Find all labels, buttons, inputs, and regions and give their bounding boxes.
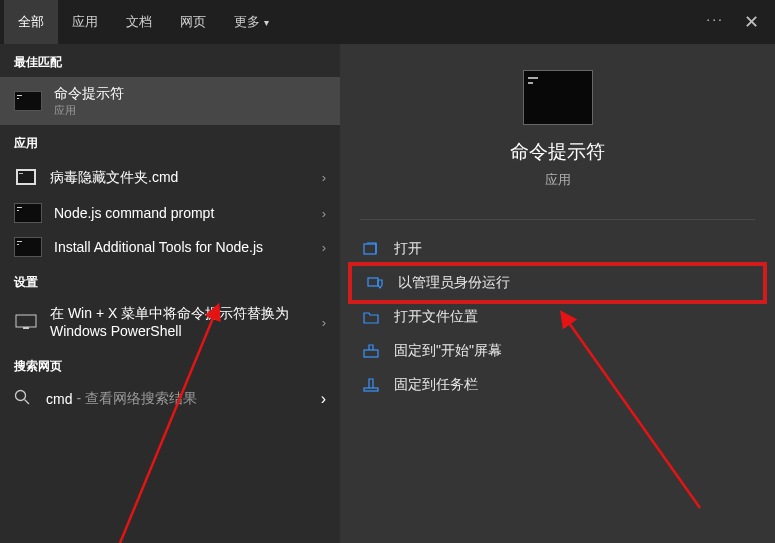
tab-more[interactable]: 更多 ▾ [220, 0, 283, 44]
separator [360, 219, 755, 220]
folder-icon [362, 309, 380, 325]
section-settings: 设置 [0, 264, 340, 297]
display-icon [14, 310, 38, 334]
web-search-query: cmd [46, 391, 72, 407]
chevron-down-icon: ▾ [264, 17, 269, 28]
app-result-title: Install Additional Tools for Node.js [54, 238, 310, 256]
settings-result-item[interactable]: 在 Win + X 菜单中将命令提示符替换为 Windows PowerShel… [0, 297, 340, 347]
action-open[interactable]: 打开 [348, 232, 767, 266]
svg-rect-4 [23, 327, 29, 329]
pin-start-icon [362, 343, 380, 359]
svg-rect-2 [19, 173, 23, 174]
tab-all[interactable]: 全部 [4, 0, 58, 44]
preview-title: 命令提示符 [340, 139, 775, 165]
terminal-icon [14, 203, 42, 223]
web-search-suffix: - 查看网络搜索结果 [76, 390, 197, 408]
results-panel: 最佳匹配 命令提示符 应用 应用 病毒隐藏文件夹.cmd › Node.js c… [0, 44, 340, 543]
preview-sub: 应用 [340, 171, 775, 189]
preview-terminal-icon [523, 70, 593, 125]
more-options-icon[interactable]: ··· [706, 11, 724, 33]
svg-rect-10 [364, 388, 378, 391]
svg-rect-3 [16, 315, 36, 327]
tab-docs[interactable]: 文档 [112, 0, 166, 44]
svg-point-5 [16, 390, 26, 400]
tab-web[interactable]: 网页 [166, 0, 220, 44]
svg-rect-8 [368, 278, 378, 286]
search-icon [14, 389, 36, 409]
svg-line-6 [25, 399, 30, 404]
tab-apps[interactable]: 应用 [58, 0, 112, 44]
action-open-file-location-label: 打开文件位置 [394, 308, 478, 326]
admin-shield-icon [366, 275, 384, 291]
svg-rect-7 [364, 244, 376, 254]
chevron-right-icon: › [322, 240, 326, 255]
chevron-right-icon: › [322, 206, 326, 221]
app-result-item[interactable]: Install Additional Tools for Node.js › [0, 230, 340, 264]
app-result-title: Node.js command prompt [54, 204, 310, 222]
search-scope-tabs: 全部 应用 文档 网页 更多 ▾ [4, 0, 283, 44]
best-match-title: 命令提示符 [54, 84, 326, 102]
web-search-item[interactable]: cmd - 查看网络搜索结果 › [0, 381, 340, 417]
open-icon [362, 241, 380, 257]
best-match-item[interactable]: 命令提示符 应用 [0, 77, 340, 125]
section-best-match: 最佳匹配 [0, 44, 340, 77]
app-result-item[interactable]: Node.js command prompt › [0, 196, 340, 230]
app-result-title: 病毒隐藏文件夹.cmd [50, 168, 310, 186]
top-bar: 全部 应用 文档 网页 更多 ▾ ··· ✕ [0, 0, 775, 44]
close-icon[interactable]: ✕ [744, 11, 759, 33]
action-run-as-admin[interactable]: 以管理员身份运行 [348, 262, 767, 304]
action-pin-to-taskbar-label: 固定到任务栏 [394, 376, 478, 394]
section-apps: 应用 [0, 125, 340, 158]
chevron-right-icon: › [322, 315, 326, 330]
action-pin-to-taskbar[interactable]: 固定到任务栏 [348, 368, 767, 402]
chevron-right-icon: › [321, 390, 326, 408]
terminal-icon [14, 91, 42, 111]
app-result-item[interactable]: 病毒隐藏文件夹.cmd › [0, 158, 340, 196]
action-pin-to-start[interactable]: 固定到"开始"屏幕 [348, 334, 767, 368]
pin-taskbar-icon [362, 377, 380, 393]
best-match-sub: 应用 [54, 103, 326, 118]
terminal-icon [14, 237, 42, 257]
svg-rect-9 [364, 350, 378, 357]
preview-panel: 命令提示符 应用 打开 以管理员身份运行 打开文件位置 [340, 44, 775, 543]
section-search-web: 搜索网页 [0, 348, 340, 381]
chevron-right-icon: › [322, 170, 326, 185]
action-open-label: 打开 [394, 240, 422, 258]
tab-more-label: 更多 [234, 13, 260, 31]
cmd-file-icon [14, 165, 38, 189]
action-run-as-admin-label: 以管理员身份运行 [398, 274, 510, 292]
action-pin-to-start-label: 固定到"开始"屏幕 [394, 342, 502, 360]
settings-result-title: 在 Win + X 菜单中将命令提示符替换为 Windows PowerShel… [50, 304, 310, 340]
svg-rect-1 [18, 171, 34, 183]
action-open-file-location[interactable]: 打开文件位置 [348, 300, 767, 334]
